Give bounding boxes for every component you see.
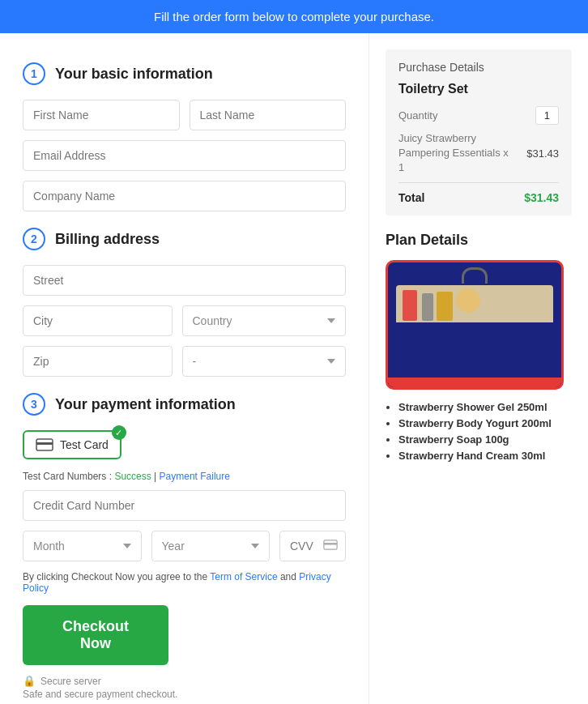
secure-row: 🔒 Secure server — [23, 675, 346, 687]
state-select[interactable]: - — [182, 346, 347, 377]
quantity-row: Quantity 1 — [398, 106, 559, 125]
product-price: $31.43 — [526, 147, 559, 160]
checkout-button[interactable]: Checkout Now — [23, 605, 168, 665]
name-row — [23, 100, 346, 130]
secure-info: 🔒 Secure server Safe and secure payment … — [23, 675, 346, 700]
lock-icon: 🔒 — [23, 675, 36, 687]
card-options: ✓ Test Card — [23, 430, 346, 459]
product-image — [386, 260, 564, 390]
last-name-input[interactable] — [190, 100, 347, 130]
zip-state-row: - — [23, 346, 346, 377]
section-number-1: 1 — [23, 62, 45, 85]
street-row — [23, 265, 346, 296]
month-select[interactable]: Month — [23, 531, 142, 561]
section-title-basic: Your basic information — [55, 66, 213, 83]
banner-text: Fill the order form below to complete yo… — [154, 10, 434, 23]
svg-rect-3 — [324, 543, 337, 544]
expiry-cvv-row: Month Year — [23, 531, 346, 561]
bag-handle — [462, 267, 488, 284]
bag-item-1 — [403, 290, 417, 321]
product-list: Strawberry Shower Gel 250ml Strawberry B… — [386, 401, 572, 462]
safe-label: Safe and secure payment checkout. — [23, 689, 346, 700]
section-title-billing: Billing address — [55, 231, 160, 248]
purchase-details-box: Purchase Details Toiletry Set Quantity 1… — [386, 49, 572, 215]
bag-item-fruit — [456, 288, 480, 313]
section-payment-header: 3 Your payment information — [23, 393, 346, 416]
section-billing-header: 2 Billing address — [23, 228, 346, 250]
purchase-details-title: Purchase Details — [398, 61, 559, 74]
email-input[interactable] — [23, 140, 346, 171]
top-banner: Fill the order form below to complete yo… — [0, 0, 588, 33]
city-country-row: Country — [23, 305, 346, 336]
product-name: Toiletry Set — [398, 82, 559, 96]
plan-details-section: Plan Details — [386, 232, 572, 462]
right-panel: Purchase Details Toiletry Set Quantity 1… — [369, 33, 588, 704]
zip-input[interactable] — [23, 346, 173, 377]
total-label: Total — [398, 191, 424, 204]
svg-rect-1 — [36, 442, 53, 445]
list-item: Strawberry Soap 100g — [398, 433, 572, 446]
and-text: and — [280, 571, 299, 582]
plan-details-title: Plan Details — [386, 232, 572, 249]
quantity-value: 1 — [535, 106, 559, 125]
failure-link[interactable]: Payment Failure — [160, 471, 230, 482]
total-value: $31.43 — [524, 191, 559, 204]
secure-label: Secure server — [40, 676, 101, 687]
street-input[interactable] — [23, 265, 346, 296]
product-price-row: Juicy Strawberry Pampering Essentials x … — [398, 131, 559, 176]
cvv-card-icon — [323, 539, 338, 553]
country-select[interactable]: Country — [182, 305, 347, 336]
first-name-input[interactable] — [23, 100, 180, 130]
terms-prefix: By clicking Checkout Now you agree to th… — [23, 571, 210, 582]
page-wrapper: Fill the order form below to complete yo… — [0, 0, 588, 704]
list-item: Strawberry Shower Gel 250ml — [398, 401, 572, 413]
section-title-payment: Your payment information — [55, 396, 236, 413]
company-input[interactable] — [23, 181, 346, 211]
section-number-2: 2 — [23, 228, 45, 250]
cvv-wrapper — [279, 531, 346, 561]
cc-number-input[interactable] — [23, 490, 346, 521]
total-row: Total $31.43 — [398, 182, 559, 204]
list-item: Strawberry Hand Cream 30ml — [398, 450, 572, 462]
tos-link[interactable]: Term of Service — [210, 571, 277, 582]
bag-item-2 — [422, 293, 433, 321]
quantity-label: Quantity — [398, 109, 437, 122]
product-line: Juicy Strawberry Pampering Essentials x … — [398, 131, 512, 176]
list-item: Strawberry Body Yogurt 200ml — [398, 417, 572, 429]
year-select[interactable]: Year — [151, 531, 271, 561]
check-badge: ✓ — [112, 425, 126, 440]
bag-item-3 — [437, 292, 453, 321]
terms-text: By clicking Checkout Now you agree to th… — [23, 571, 346, 594]
section-number-3: 3 — [23, 393, 45, 416]
main-layout: 1 Your basic information 2 Billing addre… — [0, 33, 588, 704]
section-basic-header: 1 Your basic information — [23, 62, 346, 85]
company-row — [23, 181, 346, 211]
test-card-label: Test Card — [60, 438, 109, 451]
credit-card-icon — [36, 438, 53, 451]
bag-stripe — [388, 378, 561, 387]
bag-opening — [396, 285, 553, 326]
cc-row — [23, 490, 346, 521]
test-card-option[interactable]: ✓ Test Card — [23, 430, 121, 459]
test-card-info: Test Card Numbers : Success | Payment Fa… — [23, 471, 346, 482]
city-input[interactable] — [23, 305, 173, 336]
test-card-prefix: Test Card Numbers : — [23, 471, 112, 482]
success-link[interactable]: Success — [114, 471, 151, 482]
left-panel: 1 Your basic information 2 Billing addre… — [0, 33, 369, 704]
email-row — [23, 140, 346, 171]
